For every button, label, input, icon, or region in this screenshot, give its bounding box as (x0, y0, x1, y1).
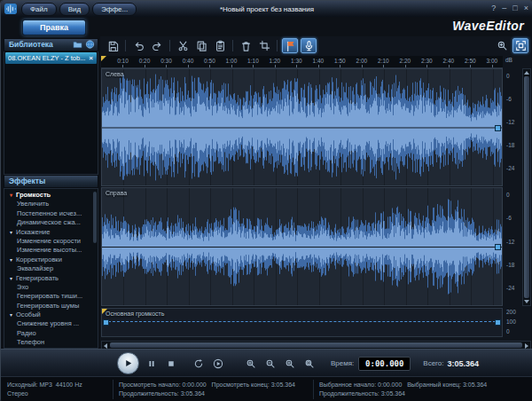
horizontal-scroll-thumb[interactable] (110, 342, 522, 348)
effects-header: Эффекты (4, 175, 98, 188)
timeline-ruler[interactable]: 0:100:200:300:400:501:001:101:201:301:40… (101, 56, 503, 68)
open-folder-icon[interactable] (73, 40, 82, 49)
effect-item[interactable]: ▾Особый (4, 311, 98, 319)
ruler-tick (296, 65, 297, 67)
time-label: Время: (331, 359, 354, 367)
zoom-selection-button[interactable] (282, 356, 297, 371)
library-title: Библиотека (9, 40, 53, 49)
ruler-tick (383, 65, 384, 67)
play-button[interactable] (117, 352, 139, 374)
library-header-icons (73, 40, 95, 49)
effect-item[interactable]: Генерировать тиши... (4, 292, 98, 301)
save-button[interactable] (105, 38, 121, 53)
status-view-range: Просмотреть начало: 0:00.000 Просмотреть… (119, 381, 295, 389)
record-button[interactable] (301, 38, 317, 53)
fit-window-icon (515, 40, 527, 51)
effect-item[interactable]: ▾Корректировки (4, 256, 98, 264)
menu-effects[interactable]: Эффе... (92, 3, 137, 16)
redo-button[interactable] (149, 38, 165, 53)
channel-label-left: Слева (106, 71, 124, 77)
globe-icon[interactable] (85, 40, 95, 49)
zoom-all-button[interactable] (301, 356, 317, 371)
total-value: 3:05.364 (448, 359, 480, 368)
ruler-tick-label: 2:00 (356, 58, 368, 64)
zoom-in-button[interactable] (243, 356, 258, 371)
ruler-tick (492, 65, 493, 67)
effect-item[interactable]: Изменение высоты... (4, 246, 98, 255)
close-icon[interactable]: × (87, 52, 95, 64)
master-volume-track[interactable]: Основная громкость (101, 308, 503, 337)
pause-icon (146, 358, 157, 369)
effect-item[interactable]: ▾Громкость (4, 191, 98, 200)
ruler-tick (209, 65, 210, 67)
status-selection: Выбранное начало: 0:00.000 Выбранный кон… (319, 381, 487, 398)
transport-bar: Время: 0:00.000 Всего: 3:05.364 (1, 349, 532, 377)
status-view: Просмотреть начало: 0:00.000 Просмотреть… (119, 381, 295, 398)
scroll-down-icon[interactable] (524, 300, 529, 303)
waveform-left[interactable]: Слева (101, 68, 503, 186)
paste-button[interactable] (212, 38, 228, 53)
trim-button[interactable] (256, 38, 272, 53)
effect-item[interactable]: Увеличить (4, 200, 98, 208)
scroll-up-icon[interactable] (524, 71, 529, 75)
waveform-right[interactable]: Справа (101, 187, 503, 306)
ruler-tick (122, 65, 123, 67)
maximize-button[interactable]: □ (512, 3, 517, 14)
app-logo: WaveEditor (452, 19, 524, 33)
effect-item[interactable]: Телефон (4, 338, 98, 347)
db-scale-left: 0-6-12-18-24 (505, 68, 524, 186)
loop-button[interactable] (191, 356, 206, 371)
zoom-selection-button[interactable] (494, 38, 510, 53)
pause-button[interactable] (144, 356, 159, 371)
playhead-marker[interactable] (101, 56, 106, 61)
effect-item[interactable]: ▾Искажение (4, 228, 98, 237)
ruler-tick (275, 65, 276, 67)
db-unit-label: dB (505, 57, 512, 63)
effect-item[interactable]: Радио (4, 329, 98, 338)
effect-item[interactable]: ▾Генерировать (4, 274, 98, 283)
close-button[interactable]: × (524, 3, 528, 14)
delete-icon (240, 40, 252, 51)
undo-button[interactable] (130, 38, 146, 53)
help-button[interactable]: ? (491, 3, 496, 14)
vertical-scroll-thumb[interactable] (524, 76, 529, 298)
ruler-tick-label: 2:10 (378, 58, 389, 64)
time-display[interactable]: 0:00.000 (358, 357, 411, 371)
effect-item[interactable]: Эквалайзер (4, 264, 98, 273)
envelope-handle[interactable] (495, 319, 501, 326)
delete-button[interactable] (238, 38, 254, 53)
effect-item[interactable]: Изменение скорости (4, 237, 98, 246)
stop-button[interactable] (163, 356, 178, 371)
waveform-right-canvas[interactable] (102, 188, 502, 305)
fit-window-button[interactable] (512, 38, 528, 53)
effect-item[interactable]: Снижение уровня ... (4, 319, 98, 328)
ruler-tick-label: 1:50 (334, 58, 346, 64)
ruler-tick (340, 65, 340, 67)
volume-envelope-line[interactable] (104, 321, 500, 322)
app-window: ФайлВидЭффе... *Новый проект без названи… (0, 0, 532, 401)
cut-button[interactable] (175, 38, 191, 53)
effect-item[interactable]: Постепенное исчез... (4, 209, 98, 218)
library-item[interactable]: 08.OKEAN ELZY - Z tob...× (5, 52, 97, 64)
effect-item[interactable]: Эхо (4, 283, 98, 292)
copy-button[interactable] (193, 38, 209, 53)
effect-item[interactable]: Динамическое сжа... (4, 218, 98, 227)
status-selection-duration: Продолжительность: 3:05.364 (319, 389, 487, 398)
marker-button[interactable] (282, 38, 298, 53)
envelope-handle[interactable] (495, 125, 501, 131)
zoom-out-button[interactable] (262, 356, 278, 371)
effect-item[interactable]: Генерировать шумы (4, 302, 98, 311)
envelope-handle[interactable] (495, 244, 501, 250)
envelope-handle[interactable] (103, 319, 109, 326)
effects-scrollbar[interactable] (93, 192, 97, 243)
menu-view[interactable]: Вид (59, 3, 90, 16)
waveform-left-canvas[interactable] (102, 69, 502, 185)
tab-edit[interactable]: Правка (22, 20, 86, 35)
play-selection-button[interactable] (210, 356, 225, 371)
menu-file[interactable]: Файл (21, 3, 57, 16)
minimize-button[interactable]: – (502, 3, 506, 14)
chevron-down-icon: ▾ (10, 191, 16, 200)
vertical-scrollbar[interactable] (522, 68, 531, 306)
paste-icon (215, 40, 226, 51)
db-label: -6 (506, 215, 512, 221)
